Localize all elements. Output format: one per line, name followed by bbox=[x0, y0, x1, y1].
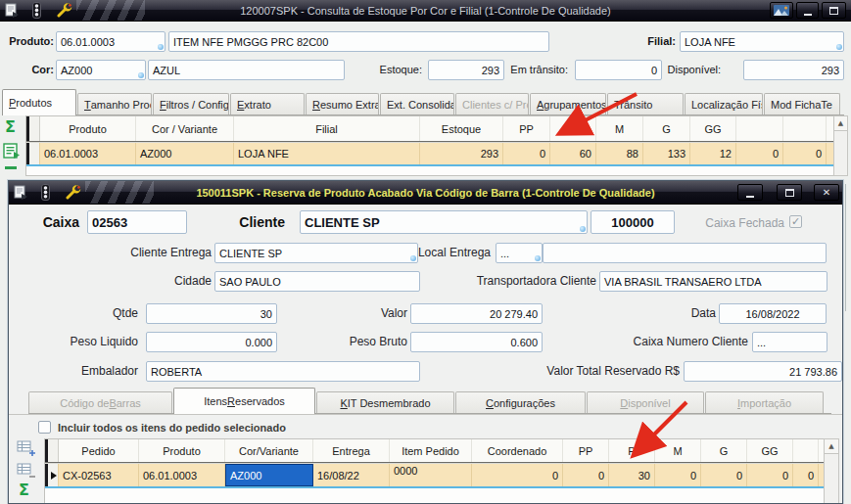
column-header-pp[interactable]: PP bbox=[503, 116, 550, 141]
delete-row-icon[interactable] bbox=[17, 463, 36, 482]
cor-code-field[interactable]: AZ000 bbox=[56, 60, 146, 80]
column-header-g[interactable]: G bbox=[643, 116, 690, 141]
cell-pp[interactable]: 0 bbox=[563, 464, 609, 486]
column-header-estoque[interactable]: Estoque bbox=[420, 116, 503, 141]
estoque-grid-scrollbar[interactable]: ▲ bbox=[833, 115, 848, 176]
tab-localiza-o-f-s[interactable]: Localização Fís bbox=[685, 93, 763, 115]
caixa-numero-field[interactable]: ... bbox=[752, 332, 827, 352]
local-entrega-desc-field[interactable] bbox=[543, 243, 827, 263]
produto-desc-field[interactable]: ITEM NFE PMGGG PRC 82C00 bbox=[168, 31, 549, 52]
scroll-up-icon[interactable]: ▲ bbox=[825, 439, 838, 454]
column-header-cor-variante[interactable]: Cor/Variante bbox=[225, 439, 313, 462]
tab-mod-fichate[interactable]: Mod FichaTe bbox=[764, 93, 840, 115]
cell-g[interactable]: 133 bbox=[643, 143, 690, 164]
tab-ext-consolida[interactable]: Ext. Consolida bbox=[380, 93, 454, 115]
column-header-coordenado[interactable]: Coordenado bbox=[472, 439, 563, 462]
column-header-cor-variante[interactable]: Cor / Variante bbox=[136, 116, 234, 141]
cell-m[interactable]: 0 bbox=[655, 464, 701, 486]
qtde-field[interactable]: 30 bbox=[146, 303, 277, 324]
tab-itens-reservados[interactable]: Itens Reservados bbox=[173, 388, 315, 414]
reserva-grid-scrollbar[interactable]: ▲ bbox=[824, 438, 839, 504]
sum-icon[interactable]: Σ bbox=[19, 481, 29, 499]
column-header-produto[interactable]: Produto bbox=[40, 116, 136, 141]
run-report-icon[interactable] bbox=[3, 143, 21, 163]
tab-tamanho-proc[interactable]: Tamanho Proc bbox=[77, 93, 152, 115]
cor-desc-field[interactable]: AZUL bbox=[148, 60, 345, 80]
tab-configura-es[interactable]: Configurações bbox=[455, 391, 586, 414]
cell-extra[interactable]: 0 bbox=[793, 464, 819, 486]
tab-agrupamentos[interactable]: Agrupamentos bbox=[530, 93, 606, 115]
column-header-gg[interactable]: GG bbox=[747, 439, 793, 462]
data-field[interactable]: 16/08/2022 bbox=[719, 303, 827, 324]
minimize-button[interactable] bbox=[796, 2, 819, 19]
tab-resumo-extra[interactable]: Resumo Extra bbox=[306, 93, 379, 115]
cell-coordenado[interactable]: 0 bbox=[472, 464, 563, 486]
pedido-numero-field[interactable]: 100000 bbox=[591, 210, 675, 234]
estoque-titlebar[interactable]: 120007SPK - Consulta de Estoque Por Cor … bbox=[0, 0, 851, 22]
minimize-button[interactable] bbox=[737, 184, 763, 201]
embalador-field[interactable]: ROBERTA bbox=[146, 361, 420, 382]
report-icon[interactable] bbox=[5, 3, 20, 22]
column-header-blank[interactable] bbox=[736, 116, 783, 141]
column-header-blank[interactable] bbox=[793, 439, 819, 462]
transportadora-field[interactable]: VIA BRASIL TRANSAERO LTDA bbox=[599, 271, 827, 292]
column-header-entrega[interactable]: Entrega bbox=[313, 439, 390, 462]
column-header-m[interactable]: M bbox=[596, 116, 643, 141]
cell-estoque[interactable]: 293 bbox=[420, 143, 503, 164]
tab-extrato[interactable]: Extrato bbox=[230, 93, 305, 115]
cell-gg[interactable]: 12 bbox=[690, 143, 736, 164]
cell-filial[interactable]: LOJA NFE bbox=[234, 143, 420, 164]
grid-row[interactable]: CX-0256306.01.0003AZ00016/08/22000000300… bbox=[45, 463, 824, 486]
cliente-field[interactable]: CLIENTE SP bbox=[300, 210, 588, 234]
column-header-m[interactable]: M bbox=[655, 439, 701, 462]
cell-entrega[interactable]: 16/08/22 bbox=[313, 464, 390, 486]
column-header-pp[interactable]: PP bbox=[563, 439, 609, 462]
cell-pp[interactable]: 0 bbox=[503, 143, 550, 164]
valor-field[interactable]: 20 279.40 bbox=[410, 303, 543, 324]
produto-code-field[interactable]: 06.01.0003 bbox=[56, 31, 165, 52]
cell-extra[interactable]: 0 bbox=[736, 143, 783, 164]
column-header-produto[interactable]: Produto bbox=[139, 439, 225, 462]
column-header-p[interactable]: P bbox=[550, 116, 596, 141]
peso-liquido-field[interactable]: 0.000 bbox=[146, 332, 277, 352]
caixa-field[interactable]: 02563 bbox=[87, 210, 187, 234]
cell-extra[interactable]: 0 bbox=[783, 143, 827, 164]
maximize-button[interactable] bbox=[822, 2, 846, 19]
wrench-icon[interactable] bbox=[57, 3, 72, 22]
em-transito-field[interactable]: 0 bbox=[575, 60, 662, 80]
estoque-field[interactable]: 293 bbox=[428, 60, 504, 80]
cell-produto[interactable]: 06.01.0003 bbox=[40, 143, 136, 164]
close-button[interactable]: ✕ bbox=[814, 184, 839, 201]
maximize-button[interactable] bbox=[777, 184, 802, 201]
column-header-item-pedido[interactable]: Item Pedido bbox=[390, 439, 472, 462]
filial-field[interactable]: LOJA NFE bbox=[680, 31, 844, 52]
grid-row[interactable]: 06.01.0003AZ000LOJA NFE293060881331200 bbox=[26, 142, 833, 164]
cell-gg[interactable]: 0 bbox=[747, 464, 793, 486]
column-header-g[interactable]: G bbox=[701, 439, 747, 462]
cell-cor-variante[interactable]: AZ000 bbox=[225, 464, 313, 486]
tab-tr-nsito[interactable]: Trânsito bbox=[607, 93, 684, 115]
traffic-light-icon[interactable] bbox=[39, 184, 52, 205]
tab-kit-desmembrado[interactable]: KIT Desmembrado bbox=[316, 391, 454, 414]
local-entrega-code-field[interactable]: ... bbox=[496, 243, 543, 263]
cell-pedido[interactable]: CX-02563 bbox=[59, 464, 139, 486]
sum-icon[interactable]: Σ bbox=[5, 117, 16, 136]
column-header-filial[interactable]: Filial bbox=[234, 116, 420, 141]
column-header-p[interactable]: P bbox=[609, 439, 655, 462]
cell-item-pedido[interactable]: 0000 bbox=[390, 464, 472, 486]
column-header-pedido[interactable]: Pedido bbox=[59, 439, 139, 462]
tab-produtos[interactable]: Produtos bbox=[2, 89, 76, 115]
skin-picture-button[interactable] bbox=[770, 2, 793, 19]
caixa-fechada-checkbox[interactable] bbox=[789, 215, 802, 228]
peso-bruto-field[interactable]: 0.600 bbox=[410, 332, 543, 352]
cidade-field[interactable]: SAO PAULO bbox=[214, 271, 420, 292]
cell-p[interactable]: 30 bbox=[609, 464, 655, 486]
cell-produto[interactable]: 06.01.0003 bbox=[139, 464, 225, 486]
cliente-entrega-field[interactable]: CLIENTE SP bbox=[214, 243, 418, 263]
disponivel-field[interactable]: 293 bbox=[743, 60, 844, 80]
report-icon[interactable] bbox=[14, 185, 28, 204]
valor-total-field[interactable]: 21 793.86 bbox=[684, 361, 842, 382]
scroll-up-icon[interactable]: ▲ bbox=[834, 116, 847, 131]
collapse-icon[interactable] bbox=[5, 166, 17, 169]
column-header-gg[interactable]: GG bbox=[690, 116, 736, 141]
